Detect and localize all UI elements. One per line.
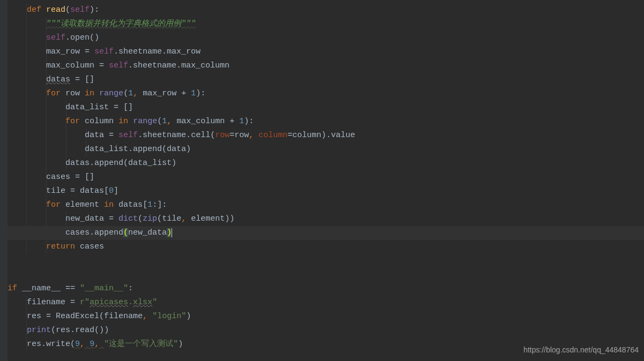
code-line[interactable]: datas.append(data_list) xyxy=(8,156,644,170)
code-line[interactable] xyxy=(8,254,644,268)
code-line[interactable]: data_list.append(data) xyxy=(8,142,644,156)
docstring: """读取数据并转化为字典格式的用例""" xyxy=(46,19,196,28)
code-line[interactable] xyxy=(8,268,644,282)
code-line[interactable]: max_column = self.sheetname.max_column xyxy=(8,59,644,73)
matched-bracket: ( xyxy=(123,228,128,237)
keyword-def: def xyxy=(27,5,41,14)
code-line[interactable]: res = ReadExcel(filename, "login") xyxy=(8,310,644,324)
code-line[interactable]: new_data = dict(zip(tile, element)) xyxy=(8,212,644,226)
code-line[interactable]: for column in range(1, max_column + 1): xyxy=(8,115,644,129)
watermark: https://blog.csdn.net/qq_44848764 xyxy=(523,343,639,357)
code-line[interactable]: tile = datas[0] xyxy=(8,184,644,198)
code-line[interactable]: cases = [] xyxy=(8,170,644,184)
code-line[interactable]: if __name__ == "__main__": xyxy=(8,282,644,296)
matched-bracket: ) xyxy=(167,228,172,237)
code-editor[interactable]: def read(self): """读取数据并转化为字典格式的用例""" se… xyxy=(0,0,644,361)
function-name: read xyxy=(46,5,65,14)
code-line[interactable]: return cases xyxy=(8,240,644,254)
code-line[interactable]: data_list = [] xyxy=(8,101,644,115)
code-line[interactable]: for element in datas[1:]: xyxy=(8,198,644,212)
code-line-current[interactable]: cases.append(new_data) xyxy=(8,226,644,240)
code-line[interactable]: self.open() xyxy=(8,31,644,45)
gutter xyxy=(0,0,8,361)
code-line[interactable]: datas = [] xyxy=(8,73,644,87)
code-line[interactable]: max_row = self.sheetname.max_row xyxy=(8,45,644,59)
code-line[interactable]: """读取数据并转化为字典格式的用例""" xyxy=(8,17,644,31)
code-line[interactable]: filename = r"apicases.xlsx" xyxy=(8,296,644,310)
code-line[interactable]: print(res.read()) xyxy=(8,324,644,337)
self: self xyxy=(70,5,90,14)
code-line[interactable]: def read(self): xyxy=(8,3,644,17)
code-line[interactable]: data = self.sheetname.cell(row=row, colu… xyxy=(8,129,644,142)
code-line[interactable]: for row in range(1, max_row + 1): xyxy=(8,87,644,101)
code-area[interactable]: def read(self): """读取数据并转化为字典格式的用例""" se… xyxy=(8,3,644,351)
